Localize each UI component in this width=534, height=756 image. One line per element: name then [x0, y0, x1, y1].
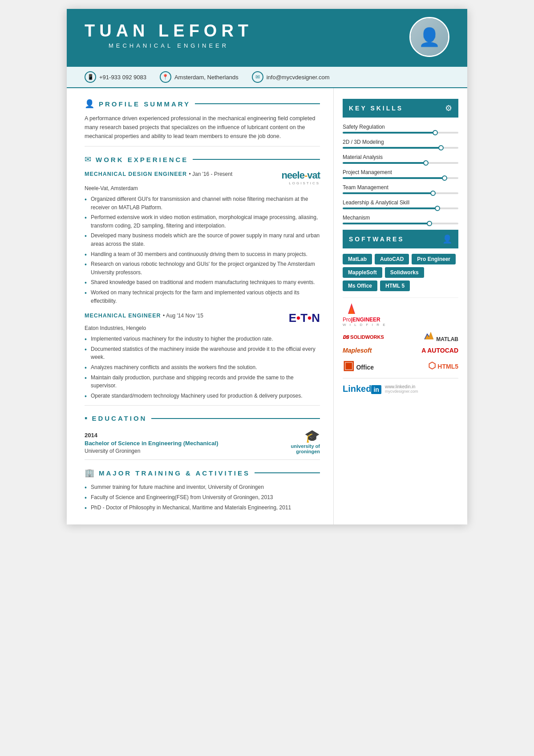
job-2-bullet-2: Documented statistics of the machinery i…	[85, 345, 320, 362]
skill-dot-6	[427, 221, 432, 226]
header-text: TUAN LEFORT MECHANICAL ENGINEER	[85, 21, 253, 49]
softwares-title: SOFTWARES	[349, 236, 405, 243]
job-2-left: MECHANICAL ENGINEER • Aug '14 Nov '15	[85, 311, 275, 319]
job-1: MECHANICAL DESIGN ENGINEER • Jan '16 - P…	[85, 170, 320, 185]
skill-bar-1	[343, 147, 458, 149]
skills-header: KEY SKILLS ⚙	[343, 99, 458, 118]
edu-section-line	[151, 418, 320, 419]
neelevat-logo: neele-vat	[280, 170, 320, 181]
software-logos: Pro|ENGINEER W I L D F I R E 𝘿𝙎 SOLIDWOR…	[343, 297, 458, 394]
skill-name-6: Mechanism	[343, 215, 458, 221]
skill-bar-4	[343, 192, 458, 194]
skill-row-2: Material Analysis	[343, 154, 458, 164]
training-section-header: 🏢 MAJOR TRAINING & ACTIVITIES	[85, 468, 320, 478]
work-section-header: ✉ WORK EXPERIENCE	[85, 154, 320, 164]
job-1-bullet-6: Shared knowledge based on traditional an…	[85, 278, 320, 287]
contact-bar: 📱 +91-933 092 9083 📍 Amsterdam, Netherla…	[67, 67, 467, 88]
skill-row-5: Leadership & Analytical Skill	[343, 199, 458, 209]
software-tag-4: Solidworks	[385, 267, 424, 278]
solidworks-logo: 𝘿𝙎 SOLIDWORKS	[343, 333, 384, 341]
job-1-bullet-5: Research on various robotic technology a…	[85, 260, 320, 276]
pro-engineer-svg	[343, 302, 360, 315]
skill-bar-3	[343, 177, 458, 179]
skill-row-3: Project Management	[343, 169, 458, 179]
job-2-bullet-5: Operate standard/modern technology Machi…	[85, 392, 320, 400]
software-tag-2: Pro Engineer	[412, 254, 456, 264]
edu-section-header: ▪ EDUCATION	[85, 414, 320, 423]
location-icon: 📍	[160, 71, 171, 83]
divider-3	[85, 459, 320, 460]
linkedin-logo: Linkedin	[343, 384, 381, 394]
training-icon: 🏢	[85, 468, 94, 478]
work-section-title: WORK EXPERIENCE	[96, 156, 188, 163]
work-icon: ✉	[85, 154, 91, 164]
contact-email: ✉ info@mycvdesigner.com	[252, 71, 330, 83]
training-section-title: MAJOR TRAINING & ACTIVITIES	[99, 469, 250, 477]
edu-school: University of Groningen	[85, 448, 218, 454]
profile-section-line	[195, 103, 320, 104]
skill-name-0: Safety Regulation	[343, 124, 458, 130]
job-2-logo: E•T•N	[280, 311, 320, 325]
html5-text: HTML5	[437, 363, 458, 370]
office-icon: ▣	[343, 358, 354, 372]
logo-row-1: Pro|ENGINEER W I L D F I R E	[343, 302, 458, 327]
university-logo: 🎓 university ofgroningen	[291, 429, 320, 454]
skill-bar-fill-4	[343, 192, 433, 194]
linkedin-watermark: mycvdesigner.com	[385, 389, 418, 394]
candidate-photo: 👤	[409, 17, 449, 57]
email-icon: ✉	[252, 71, 263, 83]
training-item-2: Faculty of Science and Engineering(FSE) …	[85, 493, 320, 501]
job-1-bullet-1: Organized different GUI's for transmissi…	[85, 195, 320, 211]
skill-dot-2	[423, 160, 429, 166]
edu-degree: Bachelor of Science in Engineering (Mech…	[85, 440, 218, 447]
job-1-title: MECHANICAL DESIGN ENGINEER	[85, 171, 187, 177]
main-layout: 👤 PROFILE SUMMARY A performance driven e…	[67, 88, 467, 524]
softwares-header: SOFTWARES 👤	[343, 230, 458, 248]
candidate-title: MECHANICAL ENGINEER	[85, 42, 253, 49]
job-1-logo: neele-vat LOGISTICS	[280, 170, 320, 185]
skill-bar-fill-2	[343, 162, 426, 164]
job-1-bullets: Organized different GUI's for transmissi…	[85, 195, 320, 305]
solidworks-text: 𝘿𝙎 SOLIDWORKS	[343, 334, 384, 340]
edu-details: 2014 Bachelor of Science in Engineering …	[85, 428, 218, 454]
autocad-text: A AUTOCAD	[421, 347, 458, 354]
divider-1	[85, 146, 320, 146]
linkedin-url-area: www.linkedin.in mycvdesigner.com	[385, 384, 418, 394]
job-2: MECHANICAL ENGINEER • Aug '14 Nov '15 E•…	[85, 311, 320, 325]
phone-icon: 📱	[85, 71, 96, 83]
pro-engineer-logo: Pro|ENGINEER W I L D F I R E	[343, 302, 386, 327]
profile-section-header: 👤 PROFILE SUMMARY	[85, 99, 320, 109]
software-tag-1: AutoCAD	[375, 254, 409, 264]
logo-row-2: 𝘿𝙎 SOLIDWORKS MATLAB	[343, 330, 458, 343]
work-section-line	[193, 159, 320, 160]
pro-engineer-text: Pro|ENGINEER	[343, 317, 386, 323]
skill-bar-fill-1	[343, 147, 441, 149]
maplesoft-text: Maplesoft	[343, 347, 372, 354]
univ-icon: 🎓	[291, 429, 320, 443]
header-section: TUAN LEFORT MECHANICAL ENGINEER 👤	[67, 9, 467, 67]
training-item-1: Summer training for future machine and i…	[85, 483, 320, 491]
skills-title: KEY SKILLS	[349, 105, 403, 112]
skill-bar-fill-0	[343, 132, 435, 134]
skill-dot-4	[430, 191, 436, 196]
html5-icon: ⬡	[428, 361, 436, 370]
matlab-svg	[424, 330, 434, 341]
left-column: 👤 PROFILE SUMMARY A performance driven e…	[67, 88, 334, 524]
matlab-logo: MATLAB	[424, 330, 458, 343]
skill-name-2: Material Analysis	[343, 154, 458, 160]
linkedin-area: Linkedin www.linkedin.in mycvdesigner.co…	[343, 384, 458, 394]
skill-bar-fill-3	[343, 177, 445, 179]
job-1-left: MECHANICAL DESIGN ENGINEER • Jan '16 - P…	[85, 170, 275, 178]
photo-placeholder: 👤	[411, 18, 448, 56]
univ-name: university ofgroningen	[291, 443, 320, 454]
right-column: KEY SKILLS ⚙ Safety Regulation 2D / 3D M…	[334, 88, 467, 524]
logo-row-4: ▣ Office ⬡ HTML5	[343, 358, 458, 373]
linkedin-in: in	[371, 385, 381, 394]
skill-name-3: Project Management	[343, 169, 458, 175]
job-2-title: MECHANICAL ENGINEER	[85, 313, 161, 319]
edu-section-title: EDUCATION	[92, 415, 147, 422]
job-2-bullet-3: Analyzes machinery conflicts and assists…	[85, 363, 320, 372]
skill-dot-1	[438, 145, 444, 150]
skills-gear-icon: ⚙	[445, 103, 452, 113]
softwares-icon: 👤	[442, 234, 452, 244]
